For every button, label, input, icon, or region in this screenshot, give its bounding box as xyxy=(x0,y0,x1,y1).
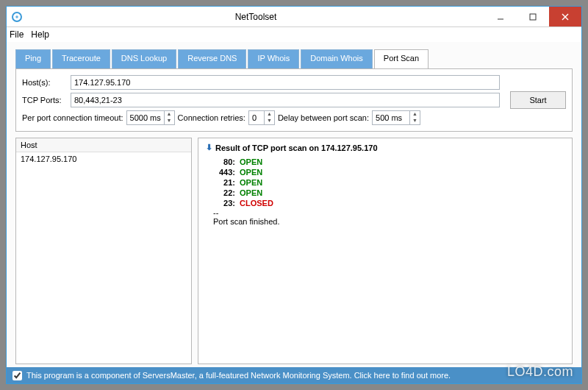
result-separator: -- xyxy=(206,208,564,217)
result-status: OPEN xyxy=(240,157,262,166)
retries-label: Connection retries: xyxy=(178,113,245,122)
app-icon xyxy=(11,11,23,23)
close-button[interactable] xyxy=(549,7,581,26)
host-list-header[interactable]: Host xyxy=(16,138,191,152)
chevron-down-icon[interactable]: ▼ xyxy=(165,118,174,124)
result-finished: Port scan finished. xyxy=(206,217,564,226)
form-panel: Host(s): TCP Ports: Per port connection … xyxy=(15,68,573,132)
chevron-up-icon[interactable]: ▲ xyxy=(165,111,174,118)
result-port: 21: xyxy=(213,178,235,187)
menubar: File Help xyxy=(7,27,581,42)
chevron-up-icon[interactable]: ▲ xyxy=(265,111,274,118)
result-status: OPEN xyxy=(240,188,262,197)
menu-help[interactable]: Help xyxy=(31,29,49,40)
tab-port-scan[interactable]: Port Scan xyxy=(374,49,429,68)
retries-spinner[interactable]: ▲▼ xyxy=(248,110,275,125)
result-port: 22: xyxy=(213,188,235,197)
hosts-input[interactable] xyxy=(71,75,500,90)
ports-label: TCP Ports: xyxy=(22,96,68,104)
tab-ip-whois[interactable]: IP Whois xyxy=(248,49,299,68)
hosts-label: Host(s): xyxy=(22,78,68,87)
result-pane: ⬇ Result of TCP port scan on 174.127.95.… xyxy=(198,138,573,364)
result-port: 443: xyxy=(213,168,235,177)
result-title: Result of TCP port scan on 174.127.95.17… xyxy=(215,143,378,152)
results-area: Host 174.127.95.170 ⬇ Result of TCP port… xyxy=(15,138,573,364)
window-title: NetToolset xyxy=(27,12,484,22)
result-status: CLOSED xyxy=(240,199,273,208)
ports-input[interactable] xyxy=(71,93,500,107)
chevron-down-icon[interactable]: ▼ xyxy=(265,118,274,124)
tab-bar: Ping Traceroute DNS Lookup Reverse DNS I… xyxy=(15,49,573,68)
content-area: Ping Traceroute DNS Lookup Reverse DNS I… xyxy=(7,42,581,367)
start-button[interactable]: Start xyxy=(510,91,566,109)
window-controls xyxy=(484,7,581,26)
footer-bar: This program is a component of ServersMa… xyxy=(7,367,581,383)
delay-label: Delay between port scan: xyxy=(278,113,369,122)
timeout-spinner[interactable]: ▲▼ xyxy=(126,110,175,125)
result-port: 80: xyxy=(213,157,235,166)
footer-checkbox[interactable] xyxy=(12,371,22,380)
chevron-down-icon[interactable]: ▼ xyxy=(410,118,420,124)
tab-traceroute[interactable]: Traceroute xyxy=(52,49,110,68)
tab-ping[interactable]: Ping xyxy=(15,49,51,68)
delay-input[interactable] xyxy=(373,112,409,124)
result-status: OPEN xyxy=(240,178,262,187)
menu-file[interactable]: File xyxy=(10,29,24,40)
titlebar: NetToolset xyxy=(7,7,581,27)
host-list-item[interactable]: 174.127.95.170 xyxy=(16,152,191,166)
chevron-up-icon[interactable]: ▲ xyxy=(410,111,420,118)
delay-spinner[interactable]: ▲▼ xyxy=(372,110,420,125)
result-status: OPEN xyxy=(240,168,262,177)
tab-dns-lookup[interactable]: DNS Lookup xyxy=(112,49,176,68)
timeout-label: Per port connection timeout: xyxy=(22,113,123,122)
retries-input[interactable] xyxy=(249,112,264,124)
host-list: Host 174.127.95.170 xyxy=(15,138,192,364)
svg-rect-2 xyxy=(530,14,536,20)
result-port: 23: xyxy=(213,199,235,208)
footer-text[interactable]: This program is a component of ServersMa… xyxy=(26,371,451,380)
tab-domain-whois[interactable]: Domain Whois xyxy=(301,49,373,68)
maximize-button[interactable] xyxy=(517,7,549,26)
minimize-button[interactable] xyxy=(484,7,517,26)
timeout-input[interactable] xyxy=(127,112,164,124)
tab-reverse-dns[interactable]: Reverse DNS xyxy=(178,49,246,68)
app-window: NetToolset File Help Ping Traceroute DNS… xyxy=(6,6,582,384)
arrow-down-icon: ⬇ xyxy=(206,143,212,152)
